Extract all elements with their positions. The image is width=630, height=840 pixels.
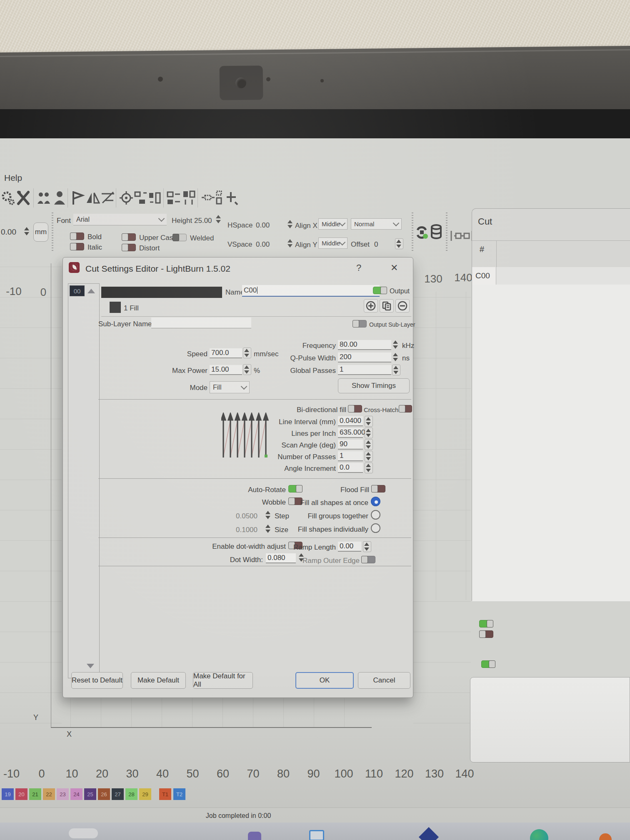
wobble-step-value[interactable]: 0.0500 [236, 512, 258, 520]
toolbar-drag-handle[interactable] [412, 212, 413, 251]
palette-chip[interactable]: 23 [57, 788, 69, 800]
mirror-icon[interactable] [86, 190, 100, 206]
palette-chip[interactable]: 21 [29, 788, 41, 800]
speed-input[interactable]: 700.0 [210, 348, 242, 358]
welded-toggle[interactable] [172, 234, 187, 241]
max-power-input[interactable]: 15.00 [210, 365, 242, 375]
offset-value[interactable]: 0 [374, 240, 378, 249]
alignx-select[interactable]: Middle [318, 218, 348, 230]
dialog-help-button[interactable]: ? [356, 262, 361, 273]
weld-mode-select[interactable]: Normal [351, 218, 402, 230]
global-passes-stepper[interactable] [392, 365, 400, 375]
tools-wrench-icon[interactable] [17, 190, 31, 206]
vspace-value[interactable]: 0.00 [256, 240, 270, 249]
palette-chip[interactable]: 27 [112, 788, 124, 800]
font-select[interactable]: Arial [73, 214, 167, 225]
sublayer-name-input[interactable] [151, 318, 251, 328]
toolbar-drag-handle[interactable] [446, 212, 448, 251]
wobble-size-value[interactable]: 0.1000 [236, 526, 258, 534]
settings-gear-icon[interactable] [1, 190, 15, 206]
move-cross-icon[interactable] [224, 190, 238, 206]
palette-chip[interactable]: 28 [125, 788, 138, 800]
hspace-stepper[interactable] [287, 219, 293, 229]
position-stepper[interactable] [23, 226, 30, 236]
position-value[interactable]: 0.00 [1, 228, 16, 237]
angle-increment-stepper[interactable] [365, 462, 373, 473]
fill-individually-radio[interactable] [371, 523, 380, 533]
lpi-input[interactable]: 635.000 [338, 428, 363, 438]
aligny-select[interactable]: Middle [318, 238, 348, 249]
group-people-icon[interactable] [37, 190, 51, 206]
wobble-step-stepper[interactable] [265, 510, 271, 520]
palette-chip[interactable]: 20 [15, 788, 28, 800]
windows-taskbar[interactable] [0, 822, 630, 840]
angle-increment-input[interactable]: 0.0 [338, 463, 363, 473]
fill-groups-radio[interactable] [371, 510, 380, 520]
frequency-stepper[interactable] [392, 340, 399, 350]
layer-list-item[interactable]: 00 [70, 285, 85, 296]
mode-select[interactable]: Fill [210, 381, 250, 393]
wobble-size-stepper[interactable] [265, 524, 271, 534]
duplicate-sublayer-button[interactable] [380, 299, 394, 312]
qpulse-input[interactable]: 200 [338, 352, 391, 362]
palette-chip[interactable]: T1 [159, 788, 171, 800]
menu-help[interactable]: Help [4, 173, 22, 183]
layer-list[interactable]: 00 [68, 283, 100, 678]
hspace-value[interactable]: 0.00 [256, 221, 270, 230]
qpulse-stepper[interactable] [392, 352, 399, 362]
align-v-icon[interactable] [182, 190, 196, 206]
person-icon[interactable] [52, 190, 67, 206]
distribute-h-icon[interactable] [148, 190, 162, 206]
dot-width-input[interactable]: 0.080 [266, 553, 296, 563]
palette-chip[interactable]: 25 [84, 788, 96, 800]
ramp-length-input[interactable]: 0.00 [338, 542, 361, 552]
taskbar-app-icon[interactable] [419, 827, 439, 840]
line-interval-input[interactable]: 0.0400 [338, 416, 363, 426]
target-icon[interactable] [119, 190, 133, 206]
database-icon[interactable] [431, 224, 442, 240]
bidirectional-fill-toggle[interactable] [348, 405, 362, 412]
taskbar-app-icon[interactable] [599, 833, 612, 840]
cancel-button[interactable]: Cancel [358, 672, 410, 689]
align-h-icon[interactable] [167, 190, 181, 206]
output-toggle[interactable] [373, 287, 387, 294]
num-passes-stepper[interactable] [365, 451, 373, 462]
toolbar-drag-handle[interactable] [52, 212, 53, 251]
close-icon[interactable]: ✕ [390, 262, 398, 273]
vspace-stepper[interactable] [287, 238, 293, 248]
show-timings-button[interactable]: Show Timings [338, 378, 410, 393]
flag-icon[interactable] [71, 190, 85, 206]
bold-toggle[interactable] [70, 232, 84, 240]
add-sublayer-button[interactable] [364, 299, 378, 312]
distort-toggle[interactable] [122, 244, 136, 251]
palette-chip[interactable]: 22 [43, 788, 55, 800]
flood-fill-toggle[interactable] [371, 485, 385, 492]
scroll-down-icon[interactable] [87, 664, 94, 668]
units-mm-button[interactable]: mm [33, 222, 48, 242]
cuts-panel-title[interactable]: Cut [478, 216, 492, 227]
reset-to-default-button[interactable]: Reset to Default [71, 672, 123, 689]
shear-icon[interactable] [101, 190, 115, 206]
lpi-stepper[interactable] [365, 428, 373, 438]
line-interval-stepper[interactable] [365, 416, 373, 427]
offset-stepper[interactable] [395, 238, 403, 249]
global-passes-input[interactable]: 1 [338, 365, 391, 375]
taskbar-chrome-icon[interactable] [530, 829, 548, 840]
auto-rotate-toggle[interactable] [288, 485, 302, 492]
italic-toggle[interactable] [70, 243, 84, 250]
node-edit-icon[interactable] [450, 230, 473, 242]
palette-chip[interactable]: T2 [173, 788, 185, 800]
crosshatch-toggle[interactable] [399, 405, 412, 412]
ramp-length-stepper[interactable] [363, 541, 371, 552]
scan-angle-input[interactable]: 90 [338, 440, 363, 450]
uppercase-toggle[interactable] [122, 233, 136, 241]
taskbar-search-pill[interactable] [69, 828, 98, 838]
height-value[interactable]: 25.00 [194, 217, 212, 225]
palette-chip[interactable]: 24 [70, 788, 82, 800]
palette-chip[interactable]: 19 [2, 788, 14, 800]
speed-stepper[interactable] [243, 348, 251, 358]
ok-button[interactable]: OK [295, 672, 354, 689]
panel-toggle[interactable] [481, 660, 495, 668]
frequency-input[interactable]: 80.00 [338, 340, 391, 350]
fill-tab-label[interactable]: 1 Fill [124, 304, 139, 312]
